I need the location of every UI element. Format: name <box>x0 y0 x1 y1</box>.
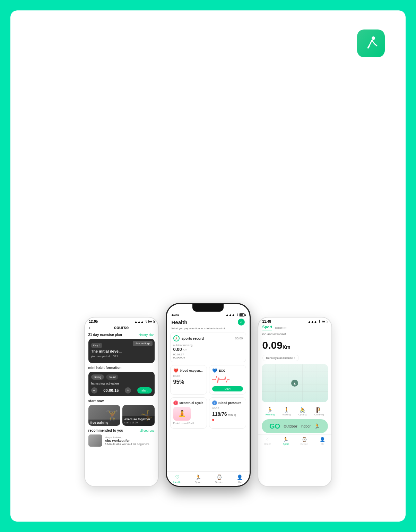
me-nav-icon: 👤 <box>237 474 243 480</box>
walking-label: walking <box>283 413 291 416</box>
habit-label: mini habit formation <box>88 366 122 370</box>
habit-section-header: mini habit formation <box>88 366 155 370</box>
notch <box>192 304 224 312</box>
rec-category: shape training <box>105 436 149 439</box>
habit-section: mini habit formation timing count hamstr… <box>88 366 155 396</box>
right-device-label: Device <box>301 443 308 445</box>
history-plan-link[interactable]: history plan <box>138 333 154 337</box>
left-battery-icon <box>148 320 154 323</box>
exercise-plan-card[interactable]: plan settings Day 6 The initial deve... … <box>88 339 155 363</box>
ecg-card: 💙 ECG Start <box>209 365 246 395</box>
timer-display: 00:00:15 <box>103 388 119 392</box>
free-training-card[interactable]: 🏋️ free training <box>88 405 121 426</box>
menstrual-cards-row: ⭕ Menstrual Cycle 🧘 Period record Fertil… <box>170 397 246 429</box>
blood-oxygen-date: 09/02 <box>173 374 204 378</box>
cycling-icon: 🚴 <box>300 407 305 413</box>
free-training-label-container: free training <box>88 420 121 426</box>
climbing-tab[interactable]: 🧗 Climbing <box>314 407 324 416</box>
exercise-together-title: exercise together <box>124 417 153 421</box>
sports-record-title: sports record <box>182 337 204 340</box>
rec-thumbnail <box>88 434 102 447</box>
go-run-icon: 🏃 <box>314 423 320 429</box>
timing-tab[interactable]: timing <box>91 374 104 380</box>
all-courses-link[interactable]: all courses <box>139 429 154 432</box>
right-health-icon: ♡ <box>266 437 270 442</box>
recommended-item: shape training AbS Workout for 5 Minute … <box>88 434 155 447</box>
phone-right: 11:48 ▲▲▲ ⌇ Sport course Go and exercise… <box>258 317 332 487</box>
climbing-icon: 🧗 <box>316 407 322 413</box>
ecg-title: ECG <box>219 369 226 372</box>
check-icon[interactable]: ✓ <box>238 319 245 326</box>
free-training-title: free training <box>90 421 119 424</box>
phone-middle: 11:47 ▲▲▲ ⌇ Health ✓ What you pay attent… <box>166 303 251 487</box>
nav-health[interactable]: ♡ Health <box>173 474 181 484</box>
walking-tab[interactable]: 🚶 walking <box>283 407 291 416</box>
nav-device[interactable]: ⌚ Device <box>215 474 223 484</box>
bp-dot <box>212 419 214 421</box>
map-marker: ▲ <box>291 380 298 387</box>
course-tab[interactable]: course <box>275 326 286 330</box>
blood-oxygen-value: 95% <box>173 379 204 385</box>
bp-header: ℹ Blood pressure <box>212 400 243 405</box>
back-button[interactable]: ‹ <box>89 325 91 330</box>
bp-title: Blood pressure <box>218 401 241 405</box>
blood-oxygen-icon: ❤️ <box>173 368 179 373</box>
start-now-section: start now 🏋️ free training <box>88 399 155 426</box>
day-badge: Day 6 <box>91 343 103 348</box>
left-screen-title: course <box>114 325 129 330</box>
right-nav-me[interactable]: 👤 Me <box>320 437 325 445</box>
plan-settings-button[interactable]: plan settings <box>133 341 153 346</box>
exercise-plan-header: 21 day exercise plan history plan <box>88 333 155 337</box>
nav-sport[interactable]: 🏃 Sport <box>195 474 201 484</box>
sports-pace: 00:00/Km <box>173 356 243 359</box>
go-button[interactable]: GO Outdoor Indoor 🏃 <box>262 419 328 433</box>
right-nav-health[interactable]: ♡ Health <box>264 437 271 445</box>
running-icon: 🏃 <box>267 407 273 413</box>
device-nav-label: Device <box>215 481 223 484</box>
running-tab[interactable]: 🏃 Running <box>266 407 275 416</box>
recommended-label: recommended to you <box>88 429 123 432</box>
running-total-arrow: › <box>294 356 295 360</box>
bp-date: 09/02 <box>212 407 243 410</box>
right-nav-device[interactable]: ⌚ Device <box>301 437 308 445</box>
sports-time: 00:02:17 <box>173 353 243 356</box>
middle-content: 🏃 sports record 03/09 outdoor running 0.… <box>167 332 250 472</box>
middle-signal-icon: ▲▲▲ <box>226 313 235 316</box>
right-health-label: Health <box>264 443 271 445</box>
right-me-label: Me <box>321 443 324 445</box>
timer-minus-button[interactable]: − <box>91 387 97 394</box>
right-status-bar: 11:48 ▲▲▲ ⌇ <box>258 318 331 324</box>
cycling-label: Cycling <box>298 413 306 416</box>
health-nav-label: Health <box>173 481 181 484</box>
sport-tabs-row: 🏃 Running 🚶 walking 🚴 Cycling 🧗 Climbing <box>258 405 331 418</box>
count-tab[interactable]: count <box>106 374 119 380</box>
period-record-label: Period record Fertil... <box>173 422 204 424</box>
bp-unit: mmHg <box>228 413 236 416</box>
timer-plus-button[interactable]: + <box>125 387 131 394</box>
app-icon[interactable] <box>357 29 385 57</box>
right-nav-sport[interactable]: 🏃 Sport <box>283 437 289 445</box>
left-signal-icon: ▲▲▲ <box>135 320 144 323</box>
middle-header: Health ✓ <box>167 317 250 327</box>
distance-value-display: 0.09Km <box>262 340 327 351</box>
cycling-tab[interactable]: 🚴 Cycling <box>298 407 306 416</box>
go-text: GO <box>269 422 280 430</box>
middle-time: 11:47 <box>172 313 180 316</box>
recommended-section: recommended to you all courses shape tra… <box>88 429 155 447</box>
ecg-start-button[interactable]: Start <box>212 386 243 391</box>
sports-record-date: 03/09 <box>235 337 243 340</box>
right-device-icon: ⌚ <box>302 437 307 442</box>
sport-tab[interactable]: Sport <box>262 325 272 330</box>
go-outdoor-label: Outdoor <box>284 424 297 428</box>
left-time: 12:05 <box>89 320 98 323</box>
blood-oxygen-card: ❤️ blood oxygen... 09/02 95% <box>170 365 207 395</box>
exercise-together-card[interactable]: 🤸 exercise together start：13:00 <box>122 405 155 426</box>
map-area: ▲ <box>262 364 328 402</box>
start-button[interactable]: start <box>137 387 152 394</box>
running-total-row[interactable]: Runningtotal distance › <box>262 355 299 361</box>
nav-me[interactable]: 👤 Me <box>237 474 243 484</box>
exercise-plan-label: 21 day exercise plan <box>88 333 122 337</box>
go-indoor-label: Indoor <box>301 424 311 428</box>
right-subtitle: Go and exercise! <box>258 332 331 339</box>
habit-tabs: timing count <box>91 374 152 380</box>
